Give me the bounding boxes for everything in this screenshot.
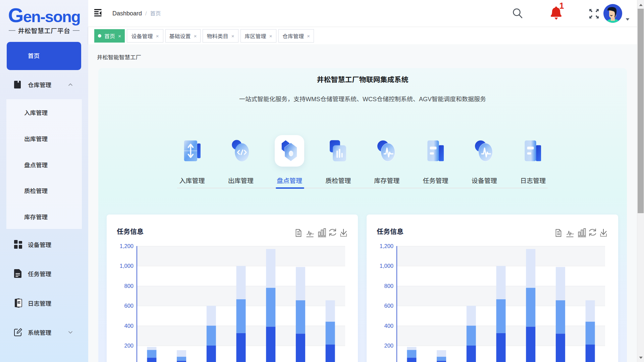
- svg-text:ZIP: ZIP: [18, 302, 21, 304]
- svg-text:1: 1: [559, 1, 564, 10]
